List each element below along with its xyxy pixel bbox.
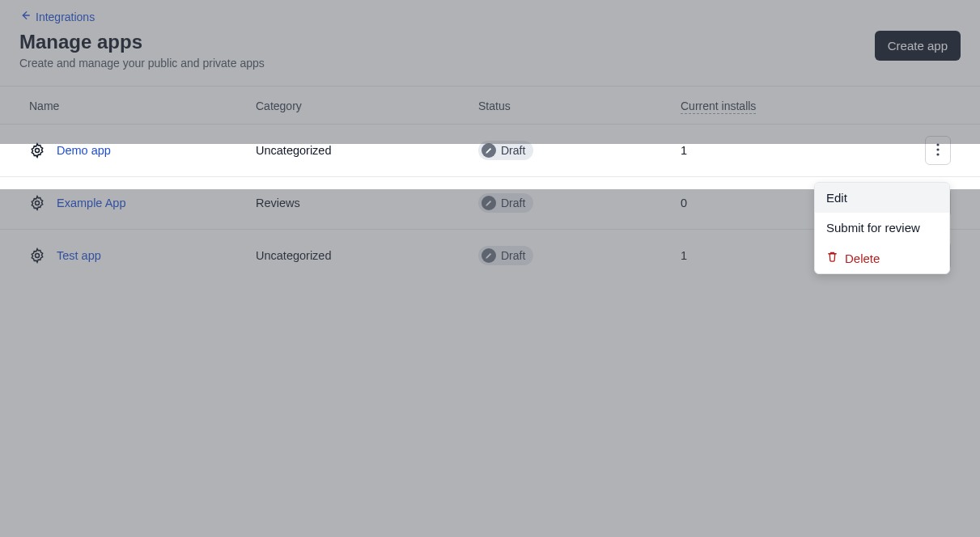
- status-badge: Draft: [478, 246, 533, 265]
- trash-icon: [826, 251, 838, 265]
- svg-point-2: [936, 148, 939, 150]
- page-subtitle: Create and manage your public and privat…: [19, 57, 265, 70]
- more-vertical-icon: [936, 143, 940, 159]
- page-header: Integrations Manage apps Create and mana…: [0, 0, 980, 87]
- table-header-row: Name Category Status Current installs: [0, 87, 980, 125]
- gear-icon: [29, 195, 45, 211]
- svg-point-3: [936, 153, 939, 155]
- status-text: Draft: [501, 249, 525, 262]
- app-installs: 1: [671, 125, 899, 177]
- menu-item-submit[interactable]: Submit for review: [815, 213, 949, 243]
- app-category: Reviews: [246, 177, 469, 230]
- back-link[interactable]: Integrations: [19, 10, 95, 23]
- gear-icon: [29, 142, 45, 159]
- svg-point-0: [36, 149, 40, 153]
- menu-item-delete[interactable]: Delete: [815, 243, 949, 273]
- app-name-link[interactable]: Example App: [57, 197, 125, 209]
- svg-point-4: [36, 201, 40, 205]
- back-link-label: Integrations: [36, 11, 95, 23]
- row-context-menu: Edit Submit for review Delete: [814, 182, 950, 274]
- row-actions-button[interactable]: [925, 136, 951, 165]
- create-app-button[interactable]: Create app: [875, 31, 961, 61]
- col-name: Name: [0, 87, 246, 125]
- pencil-icon: [482, 196, 496, 210]
- app-category: Uncategorized: [246, 125, 469, 177]
- svg-point-1: [936, 143, 939, 146]
- gear-icon: [29, 247, 45, 264]
- status-badge: Draft: [478, 193, 533, 213]
- arrow-left-icon: [19, 10, 31, 23]
- pencil-icon: [482, 248, 496, 263]
- col-status: Status: [469, 87, 671, 125]
- svg-point-8: [36, 254, 40, 258]
- status-badge: Draft: [478, 141, 533, 160]
- col-category: Category: [246, 87, 469, 125]
- app-name-link[interactable]: Test app: [57, 249, 101, 262]
- menu-item-edit[interactable]: Edit: [815, 183, 949, 213]
- pencil-icon: [482, 143, 496, 158]
- page-title: Manage apps: [19, 31, 265, 53]
- title-block: Manage apps Create and manage your publi…: [19, 31, 265, 70]
- status-text: Draft: [501, 144, 525, 157]
- app-name-link[interactable]: Demo app: [57, 144, 111, 157]
- col-actions: [899, 87, 980, 125]
- col-installs[interactable]: Current installs: [671, 87, 899, 125]
- table-row: Demo app Uncategorized Draft 1: [0, 125, 980, 177]
- status-text: Draft: [501, 197, 525, 209]
- app-category: Uncategorized: [246, 230, 469, 282]
